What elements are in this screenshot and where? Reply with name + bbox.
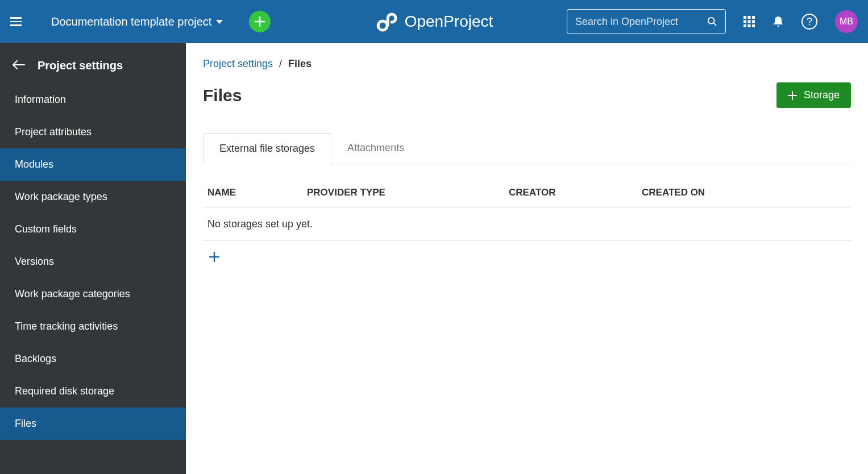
help-icon: ? [801,13,818,30]
openproject-icon [375,10,398,33]
chevron-down-icon [216,20,223,24]
topbar: Documentation template project OpenProje… [0,0,868,43]
sidebar-item-backlogs[interactable]: Backlogs [0,343,186,375]
breadcrumb-parent[interactable]: Project settings [203,58,273,69]
bell-icon [773,15,784,28]
brand-logo[interactable]: OpenProject [375,10,493,33]
hamburger-menu[interactable] [10,15,24,28]
table-header: NAME PROVIDER TYPE CREATOR CREATED ON [203,181,851,208]
svg-rect-8 [744,24,746,27]
arrow-left-icon [13,60,25,69]
sidebar-title: Project settings [38,59,123,72]
svg-rect-3 [748,16,751,19]
svg-rect-7 [752,20,755,23]
logo-text: OpenProject [405,13,493,31]
sidebar-item-time-tracking[interactable]: Time tracking activities [0,310,186,343]
breadcrumb-current: Files [288,58,312,69]
search-box[interactable] [567,9,726,34]
breadcrumb: Project settings / Files [203,58,851,70]
plus-icon [209,251,220,263]
project-selector[interactable]: Documentation template project [51,15,223,28]
storage-button-label: Storage [804,89,840,101]
tabs: External file storages Attachments [203,133,851,164]
tab-external-file-storages[interactable]: External file storages [203,133,331,164]
sidebar-item-versions[interactable]: Versions [0,246,186,278]
svg-point-1 [708,18,715,24]
sidebar-item-work-package-types[interactable]: Work package types [0,181,186,213]
svg-text:?: ? [807,16,812,27]
svg-point-0 [378,21,387,30]
svg-rect-6 [748,20,751,23]
back-button[interactable] [13,60,25,72]
notifications-button[interactable] [773,15,784,28]
column-created-on: CREATED ON [642,187,846,198]
project-name: Documentation template project [51,15,211,28]
help-button[interactable]: ? [801,13,818,30]
page-title: Files [203,86,242,105]
sidebar-header: Project settings [0,53,186,84]
modules-grid-button[interactable] [743,15,755,28]
sidebar-item-information[interactable]: Information [0,84,186,116]
user-avatar[interactable]: MB [835,10,858,33]
avatar-initials: MB [840,16,853,27]
grid-icon [743,15,755,28]
plus-icon [788,91,797,100]
main-content: Project settings / Files Files Storage E… [186,43,868,474]
breadcrumb-separator: / [279,58,282,69]
svg-rect-10 [752,24,755,27]
add-storage-button[interactable]: Storage [776,82,851,108]
sidebar-item-project-attributes[interactable]: Project attributes [0,116,186,148]
column-creator: CREATOR [509,187,642,198]
tab-attachments[interactable]: Attachments [331,133,420,164]
sidebar-item-work-package-categories[interactable]: Work package categories [0,278,186,310]
svg-rect-5 [744,20,746,23]
sidebar-item-modules[interactable]: Modules [0,148,186,181]
plus-icon [254,16,265,27]
sidebar-item-custom-fields[interactable]: Custom fields [0,213,186,246]
search-icon [707,16,717,27]
sidebar-item-files[interactable]: Files [0,408,186,440]
search-input[interactable] [575,16,707,28]
svg-rect-4 [752,16,755,19]
svg-rect-2 [744,16,746,19]
empty-state-message: No storages set up yet. [203,208,851,241]
global-add-button[interactable] [249,11,271,32]
svg-rect-9 [748,24,751,27]
column-name: NAME [207,187,307,198]
sidebar-item-required-disk-storage[interactable]: Required disk storage [0,375,186,408]
add-storage-row[interactable] [203,241,851,275]
column-provider-type: PROVIDER TYPE [307,187,509,198]
sidebar: Project settings Information Project att… [0,43,186,474]
